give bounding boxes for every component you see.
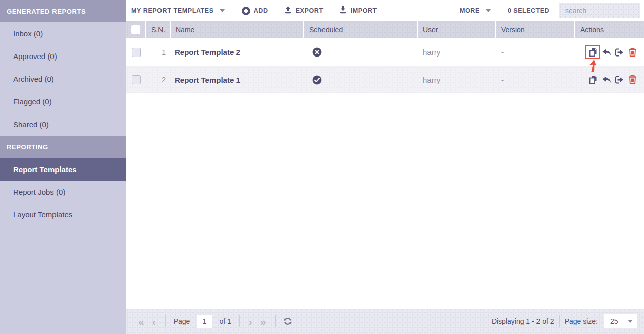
sidebar-item-flagged[interactable]: Flagged (0) bbox=[0, 90, 126, 113]
select-all-cell bbox=[126, 21, 146, 38]
column-label: Actions bbox=[580, 26, 604, 34]
sidebar-item-report-templates[interactable]: Report Templates bbox=[0, 158, 126, 181]
selected-count: 0 SELECTED bbox=[508, 7, 549, 14]
import-button[interactable]: IMPORT bbox=[339, 6, 377, 16]
export-label: EXPORT bbox=[296, 7, 324, 14]
table-row: 2 Report Template 1 harry - bbox=[126, 66, 644, 93]
chevron-down-icon bbox=[220, 9, 225, 12]
content-empty-area bbox=[126, 93, 644, 309]
sidebar: GENERATED REPORTS Inbox (0) Approved (0)… bbox=[0, 0, 126, 334]
main-panel: MY REPORT TEMPLATES ADD EXPORT IMPORT bbox=[126, 0, 644, 334]
revert-button[interactable] bbox=[601, 74, 612, 85]
sidebar-item-label: Inbox (0) bbox=[13, 29, 43, 38]
sidebar-item-report-jobs[interactable]: Report Jobs (0) bbox=[0, 181, 126, 203]
actions-cell bbox=[575, 74, 644, 85]
last-page-button[interactable]: » bbox=[256, 316, 271, 327]
upload-icon bbox=[284, 6, 292, 16]
template-name-link[interactable]: Report Template 2 bbox=[171, 48, 304, 57]
previous-page-button[interactable]: ‹ bbox=[148, 316, 160, 327]
plus-circle-icon bbox=[242, 7, 250, 15]
column-label: Scheduled bbox=[309, 26, 343, 34]
user-cell: harry bbox=[418, 48, 496, 57]
next-page-button[interactable]: › bbox=[245, 316, 256, 327]
more-menu[interactable]: MORE bbox=[460, 7, 491, 14]
column-header-scheduled[interactable]: Scheduled bbox=[304, 21, 418, 38]
export-button[interactable]: EXPORT bbox=[284, 6, 324, 16]
divider bbox=[275, 315, 276, 327]
export-row-button[interactable] bbox=[614, 74, 625, 85]
sidebar-item-layout-templates[interactable]: Layout Templates bbox=[0, 203, 126, 226]
table-row: 1 Report Template 2 harry - bbox=[126, 38, 644, 66]
column-header-sn[interactable]: S.N. bbox=[146, 21, 171, 38]
sidebar-item-label: Report Templates bbox=[13, 165, 77, 174]
actions-cell bbox=[575, 47, 644, 58]
sn-cell: 1 bbox=[146, 48, 171, 57]
column-label: User bbox=[423, 26, 438, 34]
displaying-status: Displaying 1 - 2 of 2 bbox=[492, 317, 554, 325]
sidebar-section-generated-reports: GENERATED REPORTS bbox=[0, 0, 126, 22]
section-title: GENERATED REPORTS bbox=[7, 8, 86, 15]
more-label: MORE bbox=[460, 7, 480, 14]
delete-button[interactable] bbox=[627, 47, 638, 58]
column-label: Name bbox=[176, 26, 194, 34]
sidebar-item-label: Layout Templates bbox=[13, 210, 72, 219]
sidebar-section-reporting: REPORTING bbox=[0, 136, 126, 158]
sidebar-item-label: Shared (0) bbox=[13, 120, 49, 129]
template-name-link[interactable]: Report Template 1 bbox=[171, 76, 304, 84]
version-cell: - bbox=[496, 76, 575, 84]
sidebar-item-label: Report Jobs (0) bbox=[13, 188, 65, 196]
column-label: S.N. bbox=[151, 26, 165, 34]
column-header-version[interactable]: Version bbox=[496, 21, 575, 38]
divider bbox=[239, 315, 240, 327]
page-number-input[interactable] bbox=[197, 315, 212, 328]
add-label: ADD bbox=[254, 7, 269, 14]
sidebar-item-archived[interactable]: Archived (0) bbox=[0, 68, 126, 90]
delete-button[interactable] bbox=[627, 74, 638, 85]
select-all-checkbox[interactable] bbox=[131, 25, 140, 34]
menu-label: MY REPORT TEMPLATES bbox=[131, 7, 214, 14]
page-size-value: 25 bbox=[610, 317, 618, 325]
divider bbox=[165, 315, 166, 327]
chevron-down-icon bbox=[486, 9, 491, 12]
row-checkbox[interactable] bbox=[132, 48, 141, 57]
user-cell: harry bbox=[418, 76, 496, 84]
copy-button[interactable] bbox=[587, 74, 599, 85]
table-header: S.N. Name Scheduled User Version Actions bbox=[126, 21, 644, 38]
report-templates-menu[interactable]: MY REPORT TEMPLATES bbox=[131, 7, 225, 14]
first-page-button[interactable]: « bbox=[134, 316, 148, 327]
add-button[interactable]: ADD bbox=[242, 7, 269, 15]
page-size-label: Page size: bbox=[565, 317, 598, 325]
scheduled-status-icon bbox=[312, 47, 322, 57]
revert-button[interactable] bbox=[601, 47, 612, 58]
sidebar-item-shared[interactable]: Shared (0) bbox=[0, 113, 126, 136]
sidebar-item-label: Archived (0) bbox=[13, 75, 54, 83]
sidebar-item-inbox[interactable]: Inbox (0) bbox=[0, 22, 126, 45]
page-of-label: of 1 bbox=[219, 317, 231, 325]
refresh-button[interactable] bbox=[281, 316, 295, 326]
column-label: Version bbox=[501, 26, 525, 34]
pagination-bar: « ‹ Page of 1 › » Displaying 1 - 2 of 2 … bbox=[126, 309, 644, 334]
download-icon bbox=[339, 6, 347, 16]
row-checkbox[interactable] bbox=[132, 75, 141, 84]
divider bbox=[559, 315, 560, 327]
scheduled-status-icon bbox=[312, 75, 322, 85]
sidebar-item-approved[interactable]: Approved (0) bbox=[0, 45, 126, 68]
import-label: IMPORT bbox=[351, 7, 377, 14]
chevron-down-icon bbox=[628, 320, 633, 323]
section-title: REPORTING bbox=[7, 143, 48, 151]
column-header-user[interactable]: User bbox=[418, 21, 496, 38]
copy-button[interactable] bbox=[587, 47, 599, 58]
version-cell: - bbox=[496, 48, 575, 57]
page-label: Page bbox=[174, 317, 190, 325]
export-row-button[interactable] bbox=[614, 47, 625, 58]
sn-cell: 2 bbox=[146, 76, 171, 84]
column-header-actions: Actions bbox=[575, 21, 644, 38]
sidebar-filler bbox=[0, 226, 126, 334]
sidebar-item-label: Approved (0) bbox=[13, 52, 57, 61]
search-input[interactable] bbox=[559, 3, 640, 18]
column-header-name[interactable]: Name bbox=[171, 21, 304, 38]
page-size-select[interactable]: 25 bbox=[604, 314, 637, 328]
toolbar: MY REPORT TEMPLATES ADD EXPORT IMPORT bbox=[126, 0, 644, 21]
app-window: GENERATED REPORTS Inbox (0) Approved (0)… bbox=[0, 0, 644, 334]
sidebar-item-label: Flagged (0) bbox=[13, 97, 52, 106]
